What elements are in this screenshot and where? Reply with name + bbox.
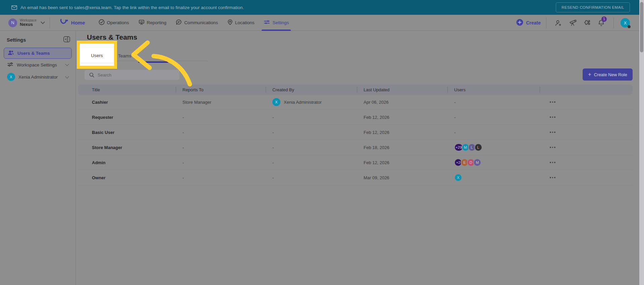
column-header-actions — [540, 85, 633, 95]
nav-label: Home — [71, 20, 85, 26]
cell-users: - — [447, 115, 540, 120]
nav-item-locations[interactable]: Locations — [227, 15, 255, 31]
row-actions-button[interactable] — [540, 110, 633, 125]
created-by-name: Xenia Administrator — [284, 100, 322, 105]
column-header-last-updated: Last Updated — [357, 85, 447, 95]
cell-title: Owner — [78, 175, 176, 180]
divider — [50, 17, 50, 28]
plus-icon: + — [588, 72, 591, 78]
cell-users: - — [447, 100, 540, 105]
cell-title: Store Manager — [78, 145, 176, 150]
nav-item-operations[interactable]: Operations — [99, 15, 129, 31]
column-header-reports-to: Reports To — [176, 85, 266, 95]
nav-label: Operations — [107, 20, 129, 25]
email-icon — [11, 5, 17, 10]
row-actions-button[interactable] — [540, 140, 633, 155]
page-title: Users & Teams — [87, 33, 137, 41]
notification-badge: 1 — [601, 16, 607, 22]
user-avatar-chip: X — [454, 174, 462, 182]
table-row[interactable]: Requester--Feb 12, 2026- — [78, 110, 633, 125]
cell-last-updated: Apr 06, 2026 — [357, 100, 447, 105]
created-by-name: - — [272, 145, 274, 150]
created-by-name: - — [272, 115, 274, 120]
nav-label: Reporting — [147, 20, 167, 25]
users-avatar-stack: +2EDM — [454, 158, 480, 167]
discover-button[interactable] — [569, 19, 577, 26]
cell-created-by: - — [266, 160, 357, 165]
nav-item-communications[interactable]: Communications — [176, 15, 218, 31]
table-header-row: Title Reports To Created By Last Updated… — [78, 85, 633, 95]
user-avatar-chip: M — [473, 158, 481, 167]
workspace-avatar: N — [8, 18, 17, 27]
integrations-button[interactable] — [584, 19, 591, 26]
top-navigation-bar: N Workspace Nexus Home Operations Report… — [0, 15, 639, 31]
users-avatar-stack: +29MLL — [454, 143, 481, 151]
workspace-switcher[interactable]: N Workspace Nexus — [8, 18, 44, 27]
invite-user-button[interactable] — [555, 20, 562, 26]
cell-reports-to: - — [176, 130, 266, 135]
avatar-letter: X — [624, 20, 627, 26]
row-actions-button[interactable] — [540, 170, 633, 185]
user-avatar-chip: L — [474, 143, 482, 151]
table-row[interactable]: Basic User--Feb 12, 2026- — [78, 125, 633, 140]
cell-last-updated: Feb 12, 2026 — [357, 115, 447, 120]
table-body: CashierStore ManagerXXenia Administrator… — [78, 95, 633, 185]
cell-last-updated: Feb 12, 2026 — [357, 130, 447, 135]
tab-users[interactable]: Users — [80, 53, 114, 58]
search-icon — [89, 73, 94, 78]
chevron-down-icon — [41, 20, 45, 24]
row-actions-button[interactable] — [540, 95, 633, 109]
cell-created-by: - — [266, 130, 357, 135]
cell-reports-to: - — [176, 115, 266, 120]
create-new-role-button[interactable]: + Create New Role — [583, 68, 633, 81]
tab-teams[interactable]: Teams — [118, 53, 131, 58]
row-actions-button[interactable] — [540, 155, 633, 170]
tutorial-spotlight-users-tab[interactable]: Users — [77, 41, 117, 69]
cell-reports-to: - — [176, 175, 266, 180]
table-row[interactable]: Admin--Feb 12, 2026+2EDM — [78, 155, 633, 170]
cell-title: Admin — [78, 160, 176, 165]
table-row[interactable]: Store Manager--Feb 18, 2026+29MLL — [78, 140, 633, 155]
sidebar-item-workspace-settings[interactable]: Workspace Settings — [4, 59, 72, 70]
cell-last-updated: Feb 18, 2026 — [357, 145, 447, 150]
sidebar-item-users-teams[interactable]: Users & Teams — [4, 48, 72, 59]
avatar: X — [272, 98, 280, 106]
workspace-name: Nexus — [20, 22, 37, 27]
sidebar-item-label: Workspace Settings — [17, 62, 57, 67]
cell-reports-to: Store Manager — [176, 100, 266, 105]
table-row[interactable]: CashierStore ManagerXXenia Administrator… — [78, 95, 633, 110]
confirmation-banner: An email has been sent to sales@xenia.te… — [0, 0, 644, 15]
created-by-name: - — [272, 160, 274, 165]
create-button[interactable]: Create — [516, 19, 541, 27]
sidebar-item-xenia-administrator[interactable]: X Xenia Administrator — [4, 71, 72, 83]
sidebar-item-label: Xenia Administrator — [18, 75, 58, 80]
nav-item-reporting[interactable]: Reporting — [139, 15, 167, 31]
plus-circle-icon — [516, 19, 523, 27]
create-new-role-label: Create New Role — [594, 72, 627, 77]
check-circle-icon — [99, 19, 105, 26]
nav-item-settings[interactable]: Settings — [264, 15, 289, 31]
notifications-button[interactable]: 1 — [598, 19, 604, 27]
nav-label: Communications — [184, 20, 218, 25]
nav-item-home[interactable]: Home — [60, 15, 85, 31]
resend-confirmation-button[interactable]: RESEND CONFIRMATION EMAIL — [556, 2, 630, 12]
collapse-panel-icon[interactable] — [63, 36, 70, 44]
scrollbar[interactable] — [639, 0, 644, 285]
column-header-created-by: Created By — [266, 85, 357, 95]
chat-bubble-icon — [176, 19, 182, 26]
active-tab-indicator — [138, 61, 168, 63]
cell-title: Requester — [78, 115, 176, 120]
row-actions-button[interactable] — [540, 125, 633, 140]
tutorial-arrow-icon — [127, 39, 195, 88]
table-row[interactable]: Owner--Mar 09, 2026X — [78, 170, 633, 185]
cell-users: - — [447, 130, 540, 135]
roles-table: Title Reports To Created By Last Updated… — [78, 85, 633, 185]
nav-label: Settings — [272, 20, 289, 25]
chevron-down-icon — [65, 62, 69, 66]
scrollbar-thumb[interactable] — [640, 2, 643, 52]
cell-users: +2EDM — [447, 158, 540, 167]
sidebar-title: Settings — [7, 37, 26, 43]
user-avatar[interactable]: X — [621, 18, 630, 28]
cell-created-by: - — [266, 145, 357, 150]
search-input[interactable] — [98, 73, 171, 78]
